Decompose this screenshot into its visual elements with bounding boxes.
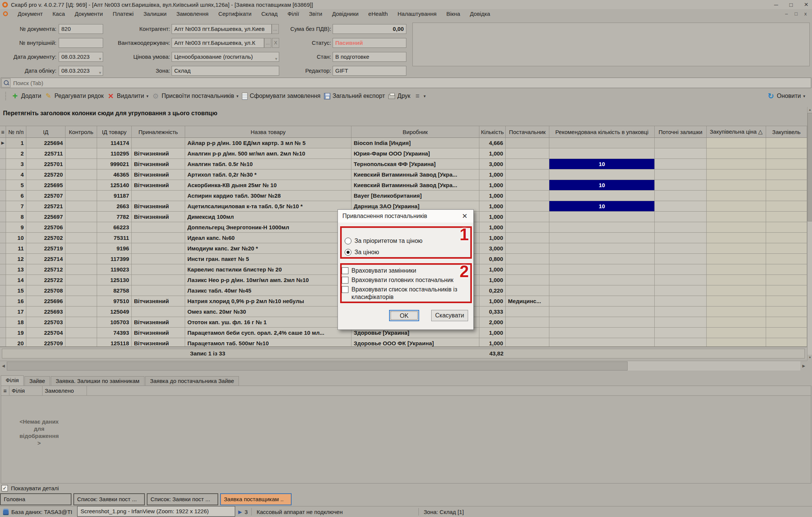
cell-num[interactable]: 17 xyxy=(6,307,26,317)
cell-num[interactable]: 14 xyxy=(6,275,26,285)
cell-rec_qty[interactable] xyxy=(549,148,655,159)
cell-stock[interactable] xyxy=(655,275,707,285)
cell-prod_id[interactable]: 9196 xyxy=(97,243,132,254)
cell-origin[interactable] xyxy=(132,138,185,148)
cell-name[interactable]: Аскорбинка-КВ дыня 25мг № 10 xyxy=(185,180,351,191)
radio-priority-and-price[interactable]: За пріоритетом та ціною xyxy=(345,238,423,244)
cell-rec_qty[interactable]: 10 xyxy=(549,180,655,191)
cell-rec_qty[interactable] xyxy=(549,243,655,254)
cell-supplier[interactable] xyxy=(506,169,549,180)
column-header-id[interactable]: ІД xyxy=(26,126,65,138)
cell-price[interactable] xyxy=(707,169,766,180)
cell-price2[interactable] xyxy=(766,296,807,307)
cell-prod_id[interactable]: 114174 xyxy=(97,138,132,148)
cell-control[interactable] xyxy=(65,233,97,243)
menu-item-windows[interactable]: Вікна xyxy=(446,11,460,17)
cell-origin[interactable] xyxy=(132,254,185,264)
cell-origin[interactable] xyxy=(132,222,185,233)
cell-id[interactable]: 225706 xyxy=(26,222,65,233)
scroll-left-icon[interactable]: ◀ xyxy=(0,361,7,371)
cell-price[interactable] xyxy=(707,191,766,201)
menu-item-reports[interactable]: Звіти xyxy=(309,11,322,17)
checkbox-supplier-list-classifiers[interactable]: Враховувати список постачальників із кла… xyxy=(342,286,466,301)
cell-num[interactable]: 7 xyxy=(6,201,26,212)
assign-suppliers-button[interactable]: ⚙Присвоїти постачальників▾ xyxy=(152,92,238,100)
cell-num[interactable]: 8 xyxy=(6,212,26,222)
cell-qty[interactable]: 1,000 xyxy=(479,169,506,180)
radio-by-price[interactable]: За ціною xyxy=(345,249,379,256)
cell-sel[interactable] xyxy=(0,191,6,201)
vertical-scroll-thumb[interactable] xyxy=(807,113,812,221)
maximize-icon[interactable]: □ xyxy=(789,2,793,8)
cell-name[interactable]: Идеал капс. №60 xyxy=(185,233,351,243)
edit-row-button[interactable]: ✎Редагувати рядок xyxy=(45,92,104,100)
cell-price[interactable] xyxy=(707,296,766,307)
cell-supplier[interactable] xyxy=(506,212,549,222)
cell-name[interactable]: Инсти гран. пакет № 5 xyxy=(185,254,351,264)
cell-sel[interactable] xyxy=(0,307,6,317)
column-header-name[interactable]: Назва товару xyxy=(185,126,351,138)
dialog-close-icon[interactable]: ✕ xyxy=(460,211,470,221)
cell-stock[interactable] xyxy=(655,285,707,296)
cell-origin[interactable]: Вітчизняний xyxy=(132,296,185,307)
cell-prod_id[interactable]: 999021 xyxy=(97,159,132,169)
cell-control[interactable] xyxy=(65,191,97,201)
column-header-num[interactable]: № п/п xyxy=(6,126,26,138)
cell-origin[interactable] xyxy=(132,275,185,285)
cell-price2[interactable] xyxy=(766,201,807,212)
cell-prod_id[interactable]: 125049 xyxy=(97,307,132,317)
cell-num[interactable]: 3 xyxy=(6,159,26,169)
cell-prod_id[interactable]: 66223 xyxy=(97,222,132,233)
cell-prod_id[interactable]: 97510 xyxy=(97,296,132,307)
minimize-icon[interactable]: ─ xyxy=(774,2,778,8)
search-input[interactable]: Поиск (Tab) xyxy=(1,78,811,88)
cell-origin[interactable]: Вітчизняний xyxy=(132,169,185,180)
cell-price2[interactable] xyxy=(766,222,807,233)
internal-number-input[interactable] xyxy=(59,38,103,48)
cell-origin[interactable]: Вітчизняний xyxy=(132,201,185,212)
cell-name[interactable]: Артихол табл. 0,2г №30 * xyxy=(185,169,351,180)
column-header-price2[interactable]: Закупівель xyxy=(766,126,807,138)
cell-id[interactable]: 225694 xyxy=(26,138,65,148)
cell-num[interactable]: 2 xyxy=(6,148,26,159)
cell-id[interactable]: 225712 xyxy=(26,264,65,275)
cell-price2[interactable] xyxy=(766,317,807,328)
cell-prod_id[interactable]: 117399 xyxy=(97,254,132,264)
cell-supplier[interactable] xyxy=(506,180,549,191)
window-tab-list1[interactable]: Список: Заявки пост ... xyxy=(73,493,145,505)
cell-num[interactable]: 16 xyxy=(6,296,26,307)
cell-qty[interactable]: 1,000 xyxy=(479,212,506,222)
cell-supplier[interactable] xyxy=(506,233,549,243)
cell-control[interactable] xyxy=(65,285,97,296)
cell-manufacturer[interactable]: Киевский Витаминный Завод [Укра... xyxy=(351,169,479,180)
cell-id[interactable]: 225697 xyxy=(26,212,65,222)
cell-stock[interactable] xyxy=(655,254,707,264)
cell-rec_qty[interactable] xyxy=(549,169,655,180)
contractor-input[interactable]: Апт №003 пгт.Барышевка, ул.Киев xyxy=(172,24,272,34)
cell-price[interactable] xyxy=(707,264,766,275)
cell-price2[interactable] xyxy=(766,148,807,159)
table-row[interactable]: 20225709125118ВітчизнянийПарацетамол таб… xyxy=(0,338,807,346)
checkbox-icon[interactable] xyxy=(342,286,348,293)
cell-price[interactable] xyxy=(707,212,766,222)
cell-prod_id[interactable]: 125118 xyxy=(97,338,132,346)
checkbox-main-supplier[interactable]: Враховувати головних постачальник xyxy=(342,276,466,284)
window-tab-list2[interactable]: Список: Заявки пост ... xyxy=(147,493,218,505)
cell-control[interactable] xyxy=(65,159,97,169)
cell-qty[interactable]: 1,000 xyxy=(479,191,506,201)
menu-item-document[interactable]: Документ xyxy=(18,11,43,17)
cell-origin[interactable]: Вітчизняний xyxy=(132,180,185,191)
cell-supplier[interactable] xyxy=(506,254,549,264)
cell-price[interactable] xyxy=(707,254,766,264)
cell-control[interactable] xyxy=(65,243,97,254)
cell-manufacturer[interactable]: Bayer [Великобритания] xyxy=(351,191,479,201)
cell-prod_id[interactable]: 2663 xyxy=(97,201,132,212)
export-button[interactable]: Загальний експорт xyxy=(324,93,385,99)
cell-price2[interactable] xyxy=(766,138,807,148)
cell-rec_qty[interactable] xyxy=(549,338,655,346)
cell-qty[interactable]: 1,000 xyxy=(479,180,506,191)
cell-origin[interactable]: Вітчизняний xyxy=(132,338,185,346)
cell-num[interactable]: 18 xyxy=(6,317,26,328)
cell-price[interactable] xyxy=(707,159,766,169)
cell-sel[interactable] xyxy=(0,317,6,328)
